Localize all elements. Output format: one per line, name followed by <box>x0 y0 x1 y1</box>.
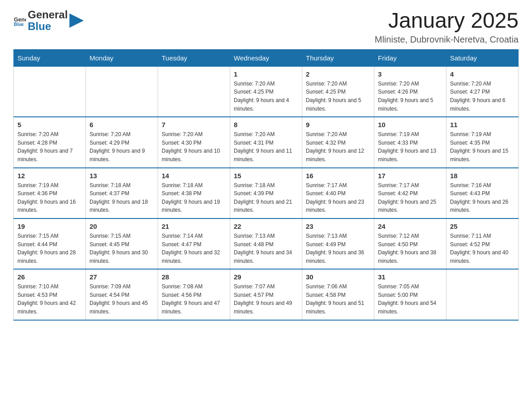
header-cell-friday: Friday <box>374 49 446 66</box>
day-number: 7 <box>162 121 226 128</box>
day-cell: 28Sunrise: 7:08 AMSunset: 4:56 PMDayligh… <box>158 269 230 320</box>
day-cell: 21Sunrise: 7:14 AMSunset: 4:47 PMDayligh… <box>158 218 230 269</box>
day-cell: 14Sunrise: 7:18 AMSunset: 4:38 PMDayligh… <box>158 168 230 218</box>
day-info: Sunrise: 7:19 AMSunset: 4:36 PMDaylight:… <box>17 181 82 214</box>
day-info: Sunrise: 7:19 AMSunset: 4:33 PMDaylight:… <box>378 130 442 163</box>
day-number: 23 <box>306 223 370 230</box>
day-number: 17 <box>378 172 442 180</box>
logo-icon: General Blue <box>13 14 26 27</box>
calendar-body: 1Sunrise: 7:20 AMSunset: 4:25 PMDaylight… <box>14 66 519 320</box>
title-block: January 2025 Mliniste, Dubrovnik-Neretva… <box>375 9 519 45</box>
week-row-0: 1Sunrise: 7:20 AMSunset: 4:25 PMDaylight… <box>14 66 519 117</box>
day-number: 10 <box>378 121 442 128</box>
day-cell: 18Sunrise: 7:16 AMSunset: 4:43 PMDayligh… <box>446 168 519 218</box>
day-info: Sunrise: 7:20 AMSunset: 4:29 PMDaylight:… <box>90 130 154 163</box>
calendar-header: SundayMondayTuesdayWednesdayThursdayFrid… <box>14 49 519 66</box>
day-cell: 23Sunrise: 7:13 AMSunset: 4:49 PMDayligh… <box>302 218 374 269</box>
day-info: Sunrise: 7:18 AMSunset: 4:39 PMDaylight:… <box>234 181 298 214</box>
day-number: 16 <box>306 172 370 180</box>
week-row-4: 26Sunrise: 7:10 AMSunset: 4:53 PMDayligh… <box>14 269 519 320</box>
day-cell: 13Sunrise: 7:18 AMSunset: 4:37 PMDayligh… <box>86 168 158 218</box>
logo-general-text: General <box>28 9 68 21</box>
day-cell: 9Sunrise: 7:20 AMSunset: 4:32 PMDaylight… <box>302 117 374 167</box>
day-number: 13 <box>90 172 154 180</box>
day-cell: 26Sunrise: 7:10 AMSunset: 4:53 PMDayligh… <box>14 269 86 320</box>
day-number: 3 <box>378 70 442 78</box>
header-row: SundayMondayTuesdayWednesdayThursdayFrid… <box>14 49 519 66</box>
day-cell: 17Sunrise: 7:17 AMSunset: 4:42 PMDayligh… <box>374 168 446 218</box>
day-info: Sunrise: 7:18 AMSunset: 4:38 PMDaylight:… <box>162 181 226 214</box>
day-info: Sunrise: 7:16 AMSunset: 4:43 PMDaylight:… <box>450 181 515 214</box>
day-cell: 3Sunrise: 7:20 AMSunset: 4:26 PMDaylight… <box>374 66 446 117</box>
logo-blue-text: Blue <box>28 21 68 32</box>
day-number: 22 <box>234 223 298 230</box>
day-cell: 22Sunrise: 7:13 AMSunset: 4:48 PMDayligh… <box>230 218 302 269</box>
day-number: 18 <box>450 172 515 180</box>
day-number: 14 <box>162 172 226 180</box>
day-info: Sunrise: 7:13 AMSunset: 4:49 PMDaylight:… <box>306 232 370 265</box>
day-number: 12 <box>17 172 82 180</box>
day-number: 6 <box>90 121 154 128</box>
day-info: Sunrise: 7:07 AMSunset: 4:57 PMDaylight:… <box>234 283 298 316</box>
day-cell <box>86 66 158 117</box>
day-cell: 15Sunrise: 7:18 AMSunset: 4:39 PMDayligh… <box>230 168 302 218</box>
day-cell: 1Sunrise: 7:20 AMSunset: 4:25 PMDaylight… <box>230 66 302 117</box>
day-info: Sunrise: 7:13 AMSunset: 4:48 PMDaylight:… <box>234 232 298 265</box>
day-info: Sunrise: 7:11 AMSunset: 4:52 PMDaylight:… <box>450 232 515 265</box>
day-number: 30 <box>306 273 370 281</box>
svg-marker-2 <box>69 13 84 28</box>
day-number: 8 <box>234 121 298 128</box>
day-number: 31 <box>378 273 442 281</box>
logo: General Blue General Blue <box>13 9 84 33</box>
day-cell: 29Sunrise: 7:07 AMSunset: 4:57 PMDayligh… <box>230 269 302 320</box>
day-info: Sunrise: 7:05 AMSunset: 5:00 PMDaylight:… <box>378 283 442 316</box>
day-number: 1 <box>234 70 298 78</box>
calendar-table: SundayMondayTuesdayWednesdayThursdayFrid… <box>13 49 519 321</box>
day-cell: 24Sunrise: 7:12 AMSunset: 4:50 PMDayligh… <box>374 218 446 269</box>
month-title: January 2025 <box>375 9 519 33</box>
day-info: Sunrise: 7:10 AMSunset: 4:53 PMDaylight:… <box>17 283 82 316</box>
header-cell-sunday: Sunday <box>14 49 86 66</box>
day-number: 5 <box>17 121 82 128</box>
day-cell: 4Sunrise: 7:20 AMSunset: 4:27 PMDaylight… <box>446 66 519 117</box>
day-cell: 11Sunrise: 7:19 AMSunset: 4:35 PMDayligh… <box>446 117 519 167</box>
day-number: 25 <box>450 223 515 230</box>
day-info: Sunrise: 7:08 AMSunset: 4:56 PMDaylight:… <box>162 283 226 316</box>
day-info: Sunrise: 7:20 AMSunset: 4:32 PMDaylight:… <box>306 130 370 163</box>
location-title: Mliniste, Dubrovnik-Neretva, Croatia <box>375 34 519 45</box>
day-cell <box>14 66 86 117</box>
day-number: 9 <box>306 121 370 128</box>
day-info: Sunrise: 7:17 AMSunset: 4:40 PMDaylight:… <box>306 181 370 214</box>
header-cell-thursday: Thursday <box>302 49 374 66</box>
day-number: 28 <box>162 273 226 281</box>
svg-text:Blue: Blue <box>14 22 24 27</box>
week-row-1: 5Sunrise: 7:20 AMSunset: 4:28 PMDaylight… <box>14 117 519 167</box>
day-cell: 5Sunrise: 7:20 AMSunset: 4:28 PMDaylight… <box>14 117 86 167</box>
day-cell: 8Sunrise: 7:20 AMSunset: 4:31 PMDaylight… <box>230 117 302 167</box>
day-cell: 7Sunrise: 7:20 AMSunset: 4:30 PMDaylight… <box>158 117 230 167</box>
day-info: Sunrise: 7:20 AMSunset: 4:31 PMDaylight:… <box>234 130 298 163</box>
day-cell: 27Sunrise: 7:09 AMSunset: 4:54 PMDayligh… <box>86 269 158 320</box>
page-header: General Blue General Blue January 2025 M… <box>13 9 519 45</box>
day-info: Sunrise: 7:17 AMSunset: 4:42 PMDaylight:… <box>378 181 442 214</box>
day-number: 15 <box>234 172 298 180</box>
day-info: Sunrise: 7:20 AMSunset: 4:25 PMDaylight:… <box>234 80 298 113</box>
day-number: 27 <box>90 273 154 281</box>
day-cell: 2Sunrise: 7:20 AMSunset: 4:25 PMDaylight… <box>302 66 374 117</box>
day-info: Sunrise: 7:20 AMSunset: 4:28 PMDaylight:… <box>17 130 82 163</box>
day-cell: 30Sunrise: 7:06 AMSunset: 4:58 PMDayligh… <box>302 269 374 320</box>
day-number: 11 <box>450 121 515 128</box>
day-number: 24 <box>378 223 442 230</box>
day-info: Sunrise: 7:20 AMSunset: 4:27 PMDaylight:… <box>450 80 515 113</box>
day-info: Sunrise: 7:12 AMSunset: 4:50 PMDaylight:… <box>378 232 442 265</box>
logo-triangle-icon <box>69 13 84 28</box>
day-info: Sunrise: 7:19 AMSunset: 4:35 PMDaylight:… <box>450 130 515 163</box>
week-row-3: 19Sunrise: 7:15 AMSunset: 4:44 PMDayligh… <box>14 218 519 269</box>
header-cell-tuesday: Tuesday <box>158 49 230 66</box>
day-cell <box>446 269 519 320</box>
day-info: Sunrise: 7:09 AMSunset: 4:54 PMDaylight:… <box>90 283 154 316</box>
day-number: 21 <box>162 223 226 230</box>
day-cell: 12Sunrise: 7:19 AMSunset: 4:36 PMDayligh… <box>14 168 86 218</box>
day-number: 4 <box>450 70 515 78</box>
day-info: Sunrise: 7:14 AMSunset: 4:47 PMDaylight:… <box>162 232 226 265</box>
